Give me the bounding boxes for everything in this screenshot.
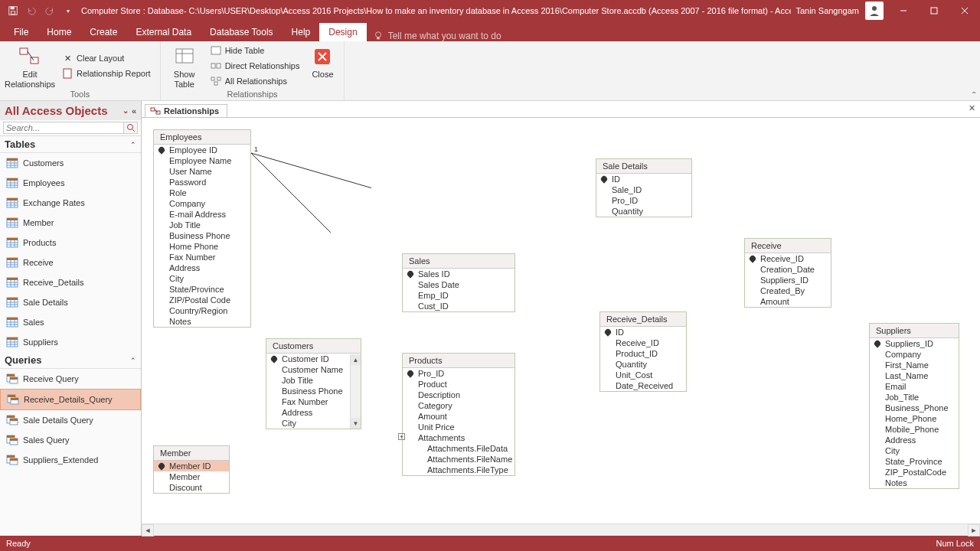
nav-table-item[interactable]: Employees	[0, 173, 141, 193]
table-field[interactable]: +Attachments	[403, 432, 514, 443]
table-field[interactable]: Fax Number	[266, 396, 361, 407]
table-field[interactable]: State_Province	[870, 456, 959, 467]
edit-relationships-button[interactable]: Edit Relationships	[6, 44, 54, 90]
table-sales[interactable]: SalesSales IDSales DateEmp_IDCust_ID	[402, 253, 515, 312]
maximize-button[interactable]	[919, 0, 949, 21]
all-relationships-button[interactable]: All Relationships	[207, 74, 303, 88]
table-field[interactable]: ID	[600, 327, 686, 337]
nav-table-item[interactable]: Sales	[0, 312, 141, 332]
close-document-icon[interactable]: ✕	[969, 103, 975, 113]
table-field[interactable]: Sales Date	[403, 279, 514, 290]
search-button[interactable]	[124, 122, 138, 134]
table-field[interactable]: Job Title	[266, 375, 361, 386]
nav-query-item[interactable]: Suppliers_Extended	[0, 450, 141, 470]
clear-layout-button[interactable]: ✕Clear Layout	[58, 51, 154, 65]
nav-table-item[interactable]: Receive	[0, 253, 141, 272]
table-field[interactable]: First_Name	[870, 360, 959, 370]
nav-query-item[interactable]: Receive Query	[0, 369, 141, 389]
table-field[interactable]: Address	[266, 407, 361, 418]
table-header[interactable]: Suppliers	[870, 324, 959, 338]
table-sale-details[interactable]: Sale DetailsIDSale_IDPro_IDQuantity	[596, 158, 692, 217]
nav-collapse-icon[interactable]: «	[132, 106, 136, 116]
relationship-report-button[interactable]: Relationship Report	[58, 67, 154, 80]
nav-table-item[interactable]: Products	[0, 233, 141, 253]
user-avatar-icon[interactable]	[865, 2, 884, 20]
table-field[interactable]: Customer ID	[266, 354, 361, 364]
nav-query-item[interactable]: Sale Details Query	[0, 410, 141, 430]
tab-external-data[interactable]: External Data	[126, 23, 201, 41]
table-field[interactable]: Fax Number	[154, 252, 250, 262]
table-field[interactable]: Emp_ID	[403, 290, 514, 301]
minimize-button[interactable]	[888, 0, 919, 21]
table-field[interactable]: Receive_ID	[600, 337, 686, 348]
table-field[interactable]: ID	[596, 174, 691, 184]
table-header[interactable]: Sales	[403, 254, 514, 269]
table-header[interactable]: Receive	[745, 239, 831, 253]
table-field[interactable]: E-mail Address	[154, 209, 250, 220]
table-field[interactable]: Unit_Cost	[600, 370, 686, 380]
table-field[interactable]: Last_Name	[870, 370, 959, 381]
table-field[interactable]: Address	[154, 262, 250, 273]
table-header[interactable]: Sale Details	[596, 159, 691, 174]
table-field[interactable]: Job Title	[154, 220, 250, 230]
table-receive-details[interactable]: Receive_DetailsIDReceive_IDProduct_IDQua…	[599, 311, 687, 392]
table-field[interactable]: Role	[154, 187, 250, 198]
direct-relationships-button[interactable]: Direct Relationships	[207, 59, 303, 73]
table-field[interactable]: Customer Name	[266, 364, 361, 375]
scroll-left-icon[interactable]: ◄	[142, 524, 154, 536]
table-field[interactable]: Sale_ID	[596, 184, 691, 195]
table-field[interactable]: Company	[870, 349, 959, 360]
table-field[interactable]: Notes	[870, 478, 959, 488]
table-field[interactable]: Quantity	[596, 206, 691, 217]
table-member[interactable]: MemberMember IDMemberDiscount	[153, 445, 230, 494]
nav-table-item[interactable]: Receive_Details	[0, 272, 141, 292]
table-field[interactable]: Cust_ID	[403, 301, 514, 311]
nav-tables-header[interactable]: Tables⌃	[0, 136, 141, 153]
redo-icon[interactable]	[41, 2, 58, 19]
table-field[interactable]: Suppliers_ID	[870, 338, 959, 349]
table-field[interactable]: City	[870, 445, 959, 456]
table-field[interactable]: Employee Name	[154, 155, 250, 166]
tab-file[interactable]: File	[5, 23, 38, 41]
table-field[interactable]: Pro_ID	[596, 195, 691, 206]
nav-table-item[interactable]: Sale Details	[0, 292, 141, 312]
table-field[interactable]: Discount	[154, 482, 229, 493]
table-field[interactable]: State/Province	[154, 284, 250, 295]
table-field[interactable]: Category	[403, 400, 514, 411]
table-field[interactable]: Address	[870, 435, 959, 445]
table-field[interactable]: Employee ID	[154, 145, 250, 155]
table-field[interactable]: Date_Received	[600, 380, 686, 391]
table-field[interactable]: Member ID	[154, 461, 229, 471]
tab-database-tools[interactable]: Database Tools	[201, 23, 283, 41]
table-field[interactable]: Creation_Date	[745, 264, 831, 275]
nav-table-item[interactable]: Customers	[0, 153, 141, 173]
tab-create[interactable]: Create	[80, 23, 126, 41]
undo-icon[interactable]	[23, 2, 40, 19]
horizontal-scrollbar[interactable]: ◄ ►	[142, 523, 980, 536]
table-scrollbar[interactable]: ▲▼	[350, 354, 361, 429]
table-header[interactable]: Employees	[154, 130, 250, 145]
table-field[interactable]: Attachments.FileName	[403, 454, 514, 465]
table-field[interactable]: Password	[154, 177, 250, 187]
close-design-button[interactable]: Close	[307, 44, 338, 80]
table-field[interactable]: Mobile_Phone	[870, 424, 959, 435]
search-input[interactable]	[3, 122, 124, 134]
table-field[interactable]: Description	[403, 390, 514, 400]
table-customers[interactable]: CustomersCustomer IDCustomer NameJob Tit…	[266, 338, 361, 429]
table-field[interactable]: Product_ID	[600, 348, 686, 359]
table-field[interactable]: Business Phone	[154, 230, 250, 241]
nav-table-item[interactable]: Exchange Rates	[0, 193, 141, 213]
show-table-button[interactable]: Show Table	[167, 44, 202, 90]
table-header[interactable]: Receive_Details	[600, 312, 686, 327]
save-icon[interactable]	[5, 2, 21, 19]
table-field[interactable]: Notes	[154, 316, 250, 327]
nav-header[interactable]: All Access Objects ⌄ «	[0, 101, 141, 120]
table-employees[interactable]: EmployeesEmployee IDEmployee NameUser Na…	[153, 129, 251, 328]
table-field[interactable]: ZIP_PostalCode	[870, 467, 959, 478]
nav-queries-header[interactable]: Queries⌃	[0, 352, 141, 369]
table-field[interactable]: Product	[403, 379, 514, 390]
table-field[interactable]: Suppliers_ID	[745, 275, 831, 285]
nav-table-item[interactable]: Suppliers	[0, 332, 141, 352]
table-field[interactable]: Attachments.FileType	[403, 465, 514, 475]
table-field[interactable]: Sales ID	[403, 269, 514, 279]
